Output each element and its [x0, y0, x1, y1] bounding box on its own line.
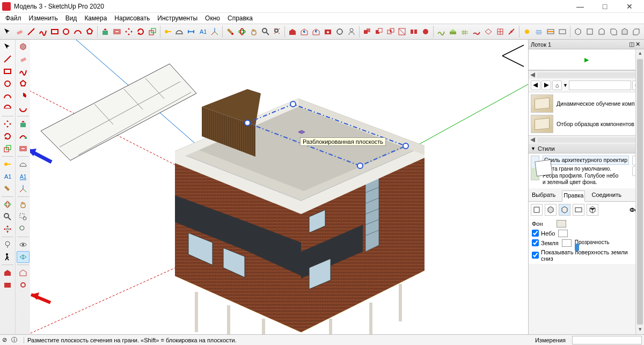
show-ground-checkbox[interactable]: Показывать поверхность земли сниз: [532, 249, 641, 262]
scroll-up-icon[interactable]: ▴: [636, 49, 644, 58]
sandbox-5[interactable]: [483, 26, 494, 37]
l-scale[interactable]: [1, 143, 14, 155]
l2-eraser[interactable]: [17, 53, 30, 65]
section-tool[interactable]: [545, 26, 556, 37]
l-arc[interactable]: [1, 90, 14, 102]
l2-section-plane[interactable]: [17, 251, 30, 263]
l2-pan[interactable]: [17, 199, 30, 210]
view-iso[interactable]: [573, 26, 583, 37]
nav-fwd[interactable]: ⯈: [541, 80, 551, 90]
sandbox-4[interactable]: [471, 26, 482, 37]
menu-view[interactable]: Вид: [62, 14, 80, 22]
nav-back[interactable]: ⯇: [531, 80, 540, 90]
ground-checkbox[interactable]: Земля: [532, 239, 559, 246]
l-zoomext[interactable]: [1, 223, 14, 235]
l-select[interactable]: [1, 41, 14, 53]
sandbox-3[interactable]: [459, 26, 470, 37]
style-thumb[interactable]: [531, 156, 539, 180]
solid-subtract[interactable]: [374, 26, 384, 37]
solid-split[interactable]: [408, 26, 419, 37]
solid-trim[interactable]: [397, 26, 408, 37]
scroll-down-icon[interactable]: ▾: [636, 326, 644, 334]
scroll-left-icon[interactable]: ⯇: [529, 72, 537, 78]
rectangle-tool[interactable]: [49, 26, 60, 37]
pan-tool[interactable]: [248, 26, 259, 37]
view-left[interactable]: [631, 26, 642, 37]
component-item[interactable]: Динамическое обучение компоне…: [531, 94, 642, 113]
tape-tool[interactable]: [163, 26, 173, 37]
l-ext[interactable]: [1, 279, 14, 291]
circle-tool[interactable]: [61, 26, 71, 37]
dimension-tool[interactable]: [186, 26, 196, 37]
l2-freehand[interactable]: [17, 65, 30, 77]
ground-swatch[interactable]: [562, 239, 572, 247]
viewport-canvas[interactable]: [30, 40, 528, 334]
info-icon[interactable]: ⓘ: [11, 336, 17, 344]
edge-settings[interactable]: [531, 204, 543, 216]
l-rect[interactable]: [1, 65, 14, 77]
scroll-thumb[interactable]: [637, 59, 643, 325]
menu-tools[interactable]: Инструменты: [154, 14, 201, 22]
polygon-tool[interactable]: [84, 26, 95, 37]
l2-prev[interactable]: [17, 223, 30, 235]
l2-component[interactable]: [17, 41, 30, 53]
l-text[interactable]: A1: [1, 171, 14, 182]
view-right[interactable]: [608, 26, 619, 37]
sandbox-7[interactable]: [507, 26, 517, 37]
bg-settings[interactable]: [559, 204, 570, 216]
solid-intersect[interactable]: [385, 26, 396, 37]
l2-poly[interactable]: [17, 78, 30, 90]
l-wh[interactable]: [1, 267, 14, 278]
l2-wh2[interactable]: [17, 267, 30, 278]
l-arc2[interactable]: [1, 102, 14, 114]
scroll-track[interactable]: [537, 72, 635, 78]
component-item[interactable]: Отбор образцов компонентов: [531, 115, 642, 133]
l2-pushpull[interactable]: [17, 118, 30, 130]
view-top[interactable]: [584, 26, 595, 37]
l2-look[interactable]: [17, 239, 30, 251]
l2-gear[interactable]: [17, 279, 30, 291]
rotate-tool[interactable]: [135, 26, 146, 37]
l-move[interactable]: [1, 118, 14, 130]
protractor-tool[interactable]: [174, 26, 185, 37]
l2-axes[interactable]: [17, 183, 30, 195]
l-orbit[interactable]: [1, 199, 14, 210]
sandbox-1[interactable]: [436, 26, 447, 37]
l-line[interactable]: [1, 53, 14, 65]
menu-camera[interactable]: Камера: [81, 14, 110, 22]
dl-model[interactable]: [299, 26, 310, 37]
tray-scrollbar[interactable]: ▴ ▾: [635, 49, 644, 334]
scroll-left-icon[interactable]: ⯇: [529, 137, 537, 143]
tab-select[interactable]: Выбрать: [531, 190, 557, 201]
style-name[interactable]: Стиль архитектурного проектир: [543, 156, 629, 165]
orbit-tool[interactable]: [237, 26, 247, 37]
zoom-extents-tool[interactable]: [272, 26, 283, 37]
ul-model[interactable]: [311, 26, 321, 37]
nav-dropdown-icon[interactable]: ▼: [563, 83, 568, 88]
move-tool[interactable]: [123, 26, 134, 37]
maximize-button[interactable]: □: [592, 0, 617, 13]
fog-tool[interactable]: [533, 26, 544, 37]
tab-edit[interactable]: Правка: [562, 190, 585, 202]
l2-protractor[interactable]: [17, 158, 30, 170]
l2-zoomwin[interactable]: [17, 211, 30, 223]
nav-search[interactable]: [569, 80, 631, 90]
arc-tool[interactable]: [72, 26, 83, 37]
eraser-tool[interactable]: [14, 26, 25, 37]
l-walk[interactable]: [1, 251, 14, 263]
hscroll-2[interactable]: ⯇ ⯈: [529, 135, 644, 144]
offset-tool[interactable]: [112, 26, 122, 37]
l-circle[interactable]: [1, 78, 14, 90]
select-tool[interactable]: [2, 26, 13, 37]
section-display[interactable]: [557, 26, 568, 37]
view-front[interactable]: [596, 26, 607, 37]
face-settings[interactable]: [545, 204, 557, 216]
l2-pie[interactable]: [17, 90, 30, 102]
tray-title[interactable]: Лоток 1 ◫ ✕: [529, 40, 644, 49]
l2-arc3[interactable]: [17, 102, 30, 114]
modeling-settings[interactable]: [587, 204, 598, 216]
sky-swatch[interactable]: [558, 230, 568, 237]
collapse-icon[interactable]: ▼: [531, 146, 536, 151]
geo-icon[interactable]: ⊘: [2, 336, 7, 343]
tray-close-icon[interactable]: ✕: [635, 41, 642, 48]
